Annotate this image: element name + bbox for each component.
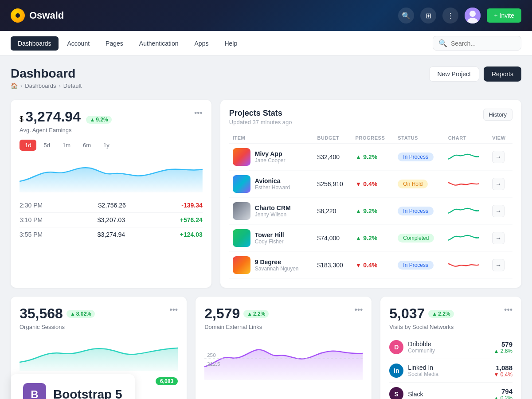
canada-value: 6,083 [156,377,178,385]
proj-name: 9 Degree [255,258,299,266]
links-badge: ▲ 2.2% [243,310,269,318]
new-project-button[interactable]: New Project [429,66,479,82]
time-filter-1m[interactable]: 1m [57,140,76,151]
proj-status-cell: In Process [394,252,444,279]
view-arrow[interactable]: → [492,232,505,244]
social-stats: 1,088 ▼ 0.4% [493,364,512,378]
table-row: Charto CRM Jenny Wilson $8,220 ▲ 9.2% In… [229,198,512,225]
user-avatar[interactable] [465,8,481,23]
search-input[interactable] [451,40,516,47]
svg-point-1 [469,11,476,17]
projects-title-block: Projects Stats Updated 37 minutes ago [229,109,292,125]
menu-item-dashboards[interactable]: Dashboards [11,36,59,51]
links-more-icon[interactable]: ••• [354,305,363,315]
proj-view-cell[interactable]: → [489,198,512,225]
bottom-cards-grid: 35,568 ▲ 8.02% Organic Sessions ••• [11,297,521,399]
social-count: 794 [493,387,512,395]
bootstrap-overlay: B Bootstrap 5 [11,374,135,399]
time-filter-1y[interactable]: 1y [98,140,115,151]
nav-icon-2[interactable]: ⊞ [420,8,436,23]
sessions-badge: ▲ 8.02% [66,310,95,318]
social-name: Dribbble [408,340,435,348]
nav-icon-1[interactable]: 🔍 [398,8,414,23]
val-2: $3,207.03 [98,216,125,223]
page-header: Dashboard 🏠 › Dashboards › Default New P… [11,66,521,89]
proj-item-cell: 9 Degree Savannah Nguyen [229,252,314,279]
time-filter-6m[interactable]: 6m [78,140,96,151]
menu-item-authentication[interactable]: Authentication [132,36,186,51]
proj-status-cell: Completed [394,225,444,252]
proj-progress-cell: ▲ 9.2% [352,225,395,252]
header-buttons: New Project Reports [429,66,522,82]
social-name: Linked In [408,364,438,371]
sessions-card: 35,568 ▲ 8.02% Organic Sessions ••• [11,297,187,399]
time-filter-1d[interactable]: 1d [20,140,36,151]
earnings-stats: 2:30 PM $2,756.26 -139.34 3:10 PM $3,207… [20,198,203,242]
proj-chart-cell [445,225,489,252]
menu-item-pages[interactable]: Pages [98,36,130,51]
proj-view-cell[interactable]: → [489,252,512,279]
view-arrow[interactable]: → [492,151,505,163]
nav-icon-3[interactable]: ⋮ [442,8,458,23]
social-row: in Linked In Social Media 1,088 ▼ 0.4% [389,359,512,383]
more-options-icon[interactable]: ••• [194,109,203,118]
social-info: Linked In Social Media [408,364,438,377]
proj-person: Jenny Wilson [255,211,291,218]
time-2: 3:10 PM [20,216,43,223]
social-left: S Slack [389,387,423,399]
social-left: D Dribbble Community [389,340,435,354]
social-icon: S [389,387,403,399]
proj-view-cell[interactable]: → [489,225,512,252]
change-1: -139.34 [181,202,202,209]
view-arrow[interactable]: → [492,205,505,217]
val-1: $2,756.26 [98,202,126,209]
menubar: Dashboards Account Pages Authentication … [0,31,532,56]
proj-progress-cell: ▼ 0.4% [352,171,395,198]
earnings-card: $ 3,274.94 ▲ 9.2% Avg. Agent Earnings ••… [11,100,211,288]
proj-person: Cody Fisher [255,239,284,245]
proj-name: Avionica [255,177,290,184]
social-row: D Dribbble Community 579 ▲ 2.6% [389,336,512,359]
proj-name: Charto CRM [255,204,291,211]
social-info: Dribbble Community [408,340,435,354]
projects-stats-card: Projects Stats Updated 37 minutes ago Hi… [220,100,521,288]
breadcrumb: 🏠 › Dashboards › Default [11,82,82,89]
social-name: Slack [408,391,423,398]
proj-budget-cell: $32,400 [313,144,352,171]
projects-title: Projects Stats [229,109,292,118]
menu-item-apps[interactable]: Apps [188,36,216,51]
menu-item-help[interactable]: Help [217,36,244,51]
proj-view-cell[interactable]: → [489,171,512,198]
earnings-badge: ▲ 9.2% [86,116,111,124]
social-change: ▼ 0.4% [493,372,512,378]
links-value: 2,579 [204,305,240,322]
proj-view-cell[interactable]: → [489,144,512,171]
social-label: Visits by Social Networks [389,324,454,330]
sessions-value: 35,568 [20,305,63,322]
menu-item-account[interactable]: Account [60,36,97,51]
val-3: $3,274.94 [98,231,125,238]
col-item: ITEM [229,133,314,144]
col-budget: BUDGET [313,133,352,144]
proj-status-cell: On Hold [394,171,444,198]
social-left: in Linked In Social Media [389,364,438,378]
proj-progress-cell: ▼ 0.4% [352,252,395,279]
main-content: Dashboard 🏠 › Dashboards › Default New P… [0,56,532,399]
stats-row-2: 3:10 PM $3,207.03 +576.24 [20,212,203,227]
earnings-label: Avg. Agent Earnings [20,127,112,133]
reports-button[interactable]: Reports [484,66,521,82]
projects-table: ITEM BUDGET PROGRESS STATUS CHART VIEW M… [229,133,512,279]
time-filters: 1d 5d 1m 6m 1y [20,140,203,151]
social-more-icon[interactable]: ••• [504,305,512,315]
view-arrow[interactable]: → [492,259,505,271]
proj-budget-cell: $256,910 [313,171,352,198]
proj-person: Jane Cooper [255,157,286,164]
view-arrow[interactable]: → [492,178,505,190]
time-filter-5d[interactable]: 5d [38,140,55,151]
invite-button[interactable]: + Invite [487,8,521,23]
social-icon: D [389,340,403,354]
logo-text: Oswald [29,10,64,21]
sessions-more-icon[interactable]: ••• [169,305,178,315]
history-button[interactable]: History [483,109,512,121]
social-count: 579 [493,340,512,348]
